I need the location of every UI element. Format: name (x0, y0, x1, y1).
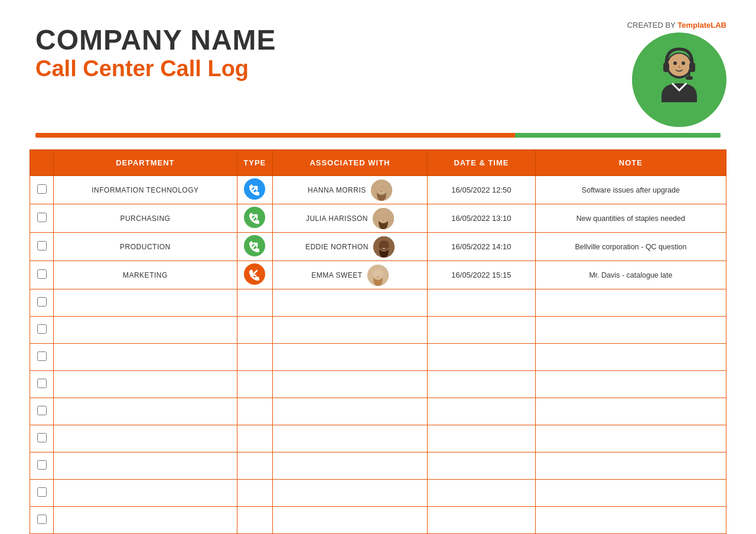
type-cell (237, 398, 272, 425)
header-date-time: DATE & TIME (428, 150, 536, 176)
type-cell (237, 317, 272, 344)
svg-point-2 (673, 61, 677, 65)
row-checkbox[interactable] (37, 379, 47, 388)
person-name: EMMA SWEET (311, 271, 362, 279)
row-checkbox[interactable] (37, 460, 47, 470)
empty-table-row (30, 371, 726, 398)
associated-with-cell (272, 317, 427, 344)
associated-with-cell (272, 398, 427, 425)
svg-point-3 (682, 61, 685, 65)
associated-with-cell: JULIA HARISSON (272, 204, 427, 233)
note-cell (535, 507, 726, 534)
associated-with-cell (272, 452, 427, 480)
empty-table-row (30, 398, 726, 425)
associated-with-cell (272, 425, 427, 452)
department-cell: PRODUCTION (54, 233, 237, 261)
note-cell (535, 289, 726, 317)
agent-illustration (632, 32, 726, 127)
row-checkbox-cell (30, 371, 54, 398)
row-checkbox[interactable] (37, 406, 47, 415)
type-cell (237, 344, 272, 371)
row-checkbox[interactable] (37, 297, 47, 307)
row-checkbox-cell (30, 344, 54, 371)
person-name: EDDIE NORTHON (305, 243, 369, 251)
type-cell (237, 507, 272, 534)
associated-with-cell: EMMA SWEET (272, 261, 427, 289)
datetime-cell (428, 317, 536, 344)
empty-table-row (30, 452, 726, 480)
row-checkbox[interactable] (37, 269, 47, 279)
row-checkbox[interactable] (37, 213, 47, 222)
associated-with-cell: EDDIE NORTHON (272, 233, 427, 261)
row-checkbox[interactable] (37, 515, 47, 524)
type-cell (237, 233, 272, 261)
svg-rect-5 (663, 63, 669, 72)
header-checkbox (30, 150, 54, 176)
avatar (373, 236, 395, 258)
row-checkbox[interactable] (37, 487, 47, 497)
associated-with-cell (272, 507, 427, 534)
note-cell (535, 480, 726, 507)
datetime-cell (428, 452, 536, 480)
row-checkbox-cell (30, 261, 54, 289)
table-row: INFORMATION TECHNOLOGY HANNA MORRIS (30, 176, 726, 204)
row-checkbox-cell (30, 507, 54, 534)
row-checkbox[interactable] (37, 184, 47, 194)
department-cell: INFORMATION TECHNOLOGY (54, 176, 237, 204)
agent-icon (644, 43, 715, 116)
department-cell (54, 344, 237, 371)
row-checkbox-cell (30, 398, 54, 425)
row-checkbox[interactable] (37, 241, 47, 250)
datetime-cell (428, 398, 536, 425)
row-checkbox-cell (30, 480, 54, 507)
row-checkbox[interactable] (37, 433, 47, 442)
datetime-cell (428, 480, 536, 507)
row-checkbox-cell (30, 317, 54, 344)
datetime-cell: 16/05/2022 13:10 (428, 204, 536, 233)
row-checkbox-cell (30, 289, 54, 317)
type-cell (237, 371, 272, 398)
department-cell (54, 480, 237, 507)
table-row: PURCHASING JULIA HARISSON (30, 204, 726, 233)
title-block: COMPANY NAME Call Center Call Log (35, 18, 276, 82)
templatelab-logo: CREATED BY TemplateLAB (627, 21, 726, 30)
svg-point-27 (244, 263, 265, 285)
table-header-row: DEPARTMENT TYPE ASSOCIATED WITH DATE & T… (30, 150, 726, 176)
empty-table-row (30, 317, 726, 344)
type-cell (237, 425, 272, 452)
row-checkbox-cell (30, 233, 54, 261)
type-cell (237, 261, 272, 289)
row-checkbox-cell (30, 425, 54, 452)
table-row: MARKETING EMMA SWEET (30, 261, 726, 289)
subtitle: Call Center Call Log (35, 56, 276, 82)
type-cell (237, 452, 272, 480)
call-log-table: DEPARTMENT TYPE ASSOCIATED WITH DATE & T… (30, 149, 726, 534)
datetime-cell (428, 289, 536, 317)
header-associated-with: ASSOCIATED WITH (272, 150, 427, 176)
company-name: COMPANY NAME (35, 24, 276, 56)
row-checkbox[interactable] (37, 324, 47, 334)
type-cell (237, 204, 272, 233)
department-cell (54, 371, 237, 398)
type-cell (237, 289, 272, 317)
table-row: PRODUCTION EDDIE NORTHON (30, 233, 726, 261)
note-cell: Software issues after upgrade (535, 176, 726, 204)
type-cell (237, 480, 272, 507)
note-cell: New quantities of staples needed (535, 204, 726, 233)
empty-table-row (30, 344, 726, 371)
department-cell (54, 507, 237, 534)
department-cell (54, 425, 237, 452)
svg-point-4 (678, 66, 680, 69)
row-checkbox-cell (30, 452, 54, 480)
svg-point-1 (668, 54, 690, 76)
department-cell (54, 398, 237, 425)
associated-with-cell (272, 480, 427, 507)
note-cell (535, 317, 726, 344)
note-cell (535, 425, 726, 452)
avatar (367, 265, 389, 286)
divider-bar (35, 133, 721, 138)
person-name: HANNA MORRIS (308, 186, 366, 194)
empty-table-row (30, 425, 726, 452)
row-checkbox[interactable] (37, 351, 47, 361)
empty-table-row (30, 289, 726, 317)
